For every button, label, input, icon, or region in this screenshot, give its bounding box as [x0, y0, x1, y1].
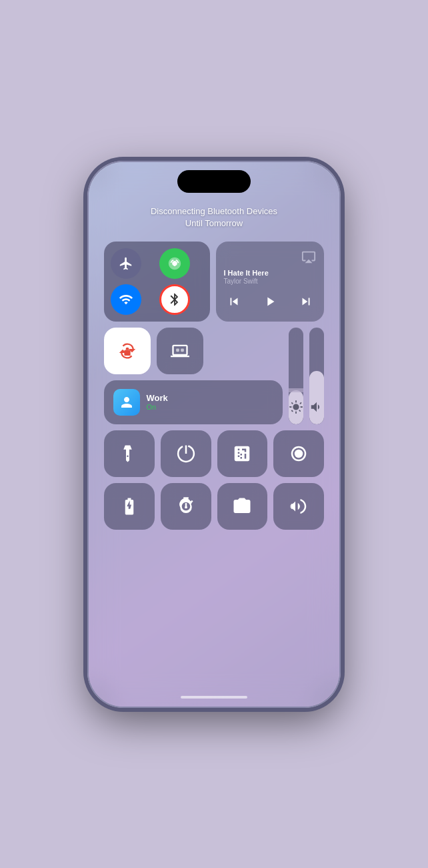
airplane-mode-button[interactable] [111, 248, 141, 279]
svg-rect-4 [181, 348, 184, 352]
prev-button[interactable] [224, 293, 244, 314]
stopwatch-icon [176, 496, 196, 516]
icon-row-1 [104, 430, 325, 477]
screen-record-icon [289, 444, 309, 464]
battery-icon [119, 496, 139, 516]
screen-lock-button[interactable] [104, 328, 151, 374]
airplay-area [224, 250, 317, 264]
svg-rect-2 [124, 350, 130, 356]
music-artist: Taylor Swift [224, 278, 317, 285]
sound-recognition-button[interactable] [273, 483, 324, 530]
bluetooth-button[interactable] [159, 284, 190, 315]
sliders-area [289, 328, 324, 424]
camera-icon [232, 496, 252, 516]
work-status: On [147, 403, 168, 411]
status-line1: Disconnecting Bluetooth Devices [151, 206, 277, 216]
brightness-icon [289, 400, 303, 418]
work-icon [113, 389, 140, 416]
play-button[interactable] [260, 293, 280, 314]
dynamic-island [177, 170, 251, 193]
focus-person-icon [119, 394, 135, 410]
work-label: Work [147, 393, 168, 403]
work-text: Work On [147, 393, 168, 411]
music-controls [224, 293, 317, 314]
bluetooth-icon [167, 292, 182, 307]
stopwatch-button[interactable] [161, 483, 211, 530]
svg-rect-11 [293, 503, 295, 510]
bluetooth-status-message: Disconnecting Bluetooth Devices Until To… [151, 205, 277, 230]
airplay-icon[interactable] [301, 250, 316, 264]
screen-lock-icon [118, 342, 137, 360]
phone-frame: Disconnecting Bluetooth Devices Until To… [87, 161, 341, 708]
sound-recognition-icon [289, 496, 309, 516]
cellular-button[interactable] [159, 248, 190, 279]
timer-icon [176, 444, 196, 464]
second-row: Work On [104, 328, 325, 424]
volume-slider[interactable] [309, 328, 324, 424]
music-info: I Hate It Here Taylor Swift [224, 269, 317, 285]
next-button[interactable] [296, 293, 316, 314]
controls-grid: I Hate It Here Taylor Swift [104, 242, 325, 530]
timer-button[interactable] [161, 430, 211, 477]
music-title: I Hate It Here [224, 269, 317, 277]
top-row: I Hate It Here Taylor Swift [104, 242, 325, 322]
battery-button[interactable] [104, 483, 155, 530]
work-focus-button[interactable]: Work On [104, 380, 283, 424]
left-column: Work On [104, 328, 283, 424]
camera-button[interactable] [217, 483, 268, 530]
calculator-button[interactable] [217, 430, 268, 477]
screen-mirror-icon [171, 342, 189, 360]
flashlight-icon [119, 444, 139, 464]
screen-record-button[interactable] [273, 430, 324, 477]
airplane-icon [119, 256, 133, 271]
music-panel[interactable]: I Hate It Here Taylor Swift [216, 242, 325, 322]
control-center: Disconnecting Bluetooth Devices Until To… [89, 162, 339, 707]
screen: Disconnecting Bluetooth Devices Until To… [89, 162, 339, 707]
icon-row-2 [104, 483, 325, 530]
wifi-icon [119, 292, 133, 307]
volume-icon [309, 400, 324, 418]
small-tiles-row [104, 328, 283, 374]
brightness-knob [289, 388, 303, 392]
connectivity-panel [104, 242, 210, 322]
svg-point-1 [173, 264, 176, 266]
calculator-icon [232, 444, 252, 464]
brightness-slider[interactable] [289, 328, 303, 424]
status-line2: Until Tomorrow [185, 218, 243, 228]
svg-rect-3 [176, 348, 179, 352]
screen-mirror-button[interactable] [157, 328, 203, 374]
flashlight-button[interactable] [104, 430, 155, 477]
cellular-icon [167, 256, 182, 271]
svg-point-6 [295, 450, 303, 458]
svg-rect-10 [291, 504, 293, 508]
wifi-button[interactable] [111, 284, 141, 315]
